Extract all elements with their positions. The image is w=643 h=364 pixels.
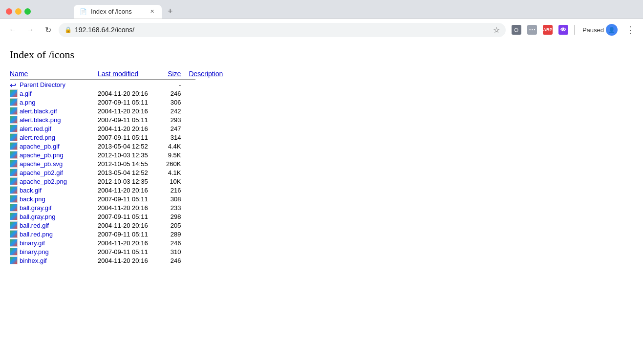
file-date-cell: 2004-11-20 20:16 <box>98 221 166 230</box>
parent-dir-icon: ↩ <box>10 81 18 88</box>
parent-dir-label: Parent Directory <box>20 81 65 88</box>
file-link[interactable]: a.gif <box>10 89 90 97</box>
file-size-cell: 216 <box>166 186 189 194</box>
file-icon <box>10 177 18 185</box>
file-name-label: back.png <box>20 195 45 203</box>
reload-button[interactable]: ↻ <box>41 23 55 37</box>
file-name-cell: binary.png <box>10 247 98 256</box>
back-button[interactable]: ← <box>6 23 20 37</box>
page-title: Index of /icons <box>10 48 633 61</box>
extension-dots-button[interactable]: ⋯ <box>525 23 539 37</box>
new-tab-button[interactable]: + <box>164 4 177 19</box>
file-name-label: ball.gray.gif <box>20 204 52 212</box>
file-date-cell: 2007-09-11 05:11 <box>98 247 166 256</box>
column-header-last-modified[interactable]: Last modified <box>98 69 166 79</box>
file-name-cell: ↩ Parent Directory <box>10 80 98 89</box>
table-row: ball.gray.gif2004-11-20 20:16233 <box>10 203 231 212</box>
file-link[interactable]: alert.red.gif <box>10 125 90 132</box>
file-date-cell: 2012-10-03 12:35 <box>98 150 166 159</box>
file-icon <box>10 204 18 212</box>
puzzle-icon: ⬡ <box>512 25 521 35</box>
file-link[interactable]: ball.red.png <box>10 230 90 238</box>
paused-button[interactable]: Paused 👤 <box>579 22 622 38</box>
chrome-menu-button[interactable]: ⋮ <box>623 23 637 37</box>
file-desc-cell <box>189 98 231 107</box>
file-date-cell: 2004-11-20 20:16 <box>98 124 166 133</box>
file-icon <box>10 142 18 150</box>
file-link[interactable]: back.png <box>10 195 90 203</box>
file-link[interactable]: apache_pb2.png <box>10 177 90 185</box>
column-header-description[interactable]: Description <box>189 69 231 79</box>
file-name-cell: a.gif <box>10 89 98 98</box>
title-bar: 📄 Index of /icons ✕ + <box>0 0 643 19</box>
file-name-label: a.png <box>20 99 36 106</box>
extensions-button[interactable]: ⬡ <box>510 23 523 37</box>
paused-label: Paused <box>582 26 604 34</box>
column-header-size[interactable]: Size <box>166 69 189 79</box>
file-icon <box>10 257 18 264</box>
file-link[interactable]: ball.gray.gif <box>10 204 90 212</box>
file-name-label: apache_pb.gif <box>20 143 60 150</box>
file-link[interactable]: apache_pb.gif <box>10 142 90 150</box>
file-size-cell: 9.5K <box>166 150 189 159</box>
file-link[interactable]: apache_pb.png <box>10 151 90 159</box>
file-link[interactable]: binary.gif <box>10 239 90 247</box>
table-row: binary.gif2004-11-20 20:16246 <box>10 238 231 247</box>
file-desc-cell <box>189 194 231 203</box>
file-link[interactable]: binary.png <box>10 248 90 256</box>
file-size-cell: 310 <box>166 247 189 256</box>
file-name-cell: binhex.gif <box>10 256 98 265</box>
parent-directory-link[interactable]: ↩ Parent Directory <box>10 81 90 88</box>
file-name-label: a.gif <box>20 90 32 97</box>
file-date-cell: 2004-11-20 20:16 <box>98 256 166 265</box>
file-link[interactable]: alert.black.gif <box>10 107 90 115</box>
file-link[interactable]: ball.red.gif <box>10 221 90 229</box>
file-link[interactable]: ball.gray.png <box>10 213 90 220</box>
forward-button[interactable]: → <box>23 23 37 37</box>
file-link[interactable]: apache_pb.svg <box>10 160 90 168</box>
file-name-label: apache_pb2.png <box>20 178 67 185</box>
file-name-label: apache_pb2.gif <box>20 169 63 176</box>
file-name-label: alert.black.gif <box>20 107 57 115</box>
page-content: Index of /icons Name Last modified Size … <box>0 41 643 334</box>
file-name-cell: alert.black.gif <box>10 107 98 115</box>
file-link[interactable]: alert.red.png <box>10 133 90 141</box>
file-size-cell: 306 <box>166 98 189 107</box>
file-icon <box>10 160 18 168</box>
file-link[interactable]: apache_pb2.gif <box>10 169 90 176</box>
file-name-label: binary.gif <box>20 239 45 247</box>
browser-chrome: 📄 Index of /icons ✕ + ← → ↻ 🔒 192.168.64… <box>0 0 643 41</box>
file-date-cell: 2007-09-11 05:11 <box>98 194 166 203</box>
file-name-cell: ball.gray.gif <box>10 203 98 212</box>
file-name-cell: apache_pb.svg <box>10 159 98 168</box>
table-row: alert.red.gif2004-11-20 20:16247 <box>10 124 231 133</box>
file-link[interactable]: binhex.gif <box>10 257 90 264</box>
abp-button[interactable]: ABP <box>541 23 555 37</box>
column-header-name[interactable]: Name <box>10 69 98 79</box>
file-link[interactable]: back.gif <box>10 186 90 194</box>
file-icon <box>10 221 18 229</box>
file-link[interactable]: alert.black.png <box>10 116 90 124</box>
file-name-cell: apache_pb.gif <box>10 142 98 150</box>
minimize-button[interactable] <box>15 8 21 15</box>
file-desc-cell <box>189 142 231 150</box>
file-size-cell: 4.1K <box>166 168 189 177</box>
maximize-button[interactable] <box>24 8 31 15</box>
abp-icon: ABP <box>543 25 553 35</box>
file-name-label: apache_pb.png <box>20 151 64 159</box>
file-icon <box>10 239 18 247</box>
file-name-cell: binary.gif <box>10 238 98 247</box>
close-button[interactable] <box>6 8 12 15</box>
file-date-cell <box>98 80 166 89</box>
tab-close-button[interactable]: ✕ <box>148 8 156 16</box>
file-size-cell: - <box>166 80 189 89</box>
file-link[interactable]: a.png <box>10 98 90 106</box>
file-size-cell: 246 <box>166 238 189 247</box>
active-tab[interactable]: 📄 Index of /icons ✕ <box>74 5 162 19</box>
table-row: back.gif2004-11-20 20:16216 <box>10 186 231 194</box>
eye-extension-button[interactable]: 👁 <box>557 23 570 37</box>
file-date-cell: 2007-09-11 05:11 <box>98 230 166 238</box>
file-name-label: ball.gray.png <box>20 213 55 220</box>
address-bar[interactable]: 🔒 192.168.64.2/icons/ ☆ <box>59 23 506 37</box>
file-date-cell: 2004-11-20 20:16 <box>98 107 166 115</box>
